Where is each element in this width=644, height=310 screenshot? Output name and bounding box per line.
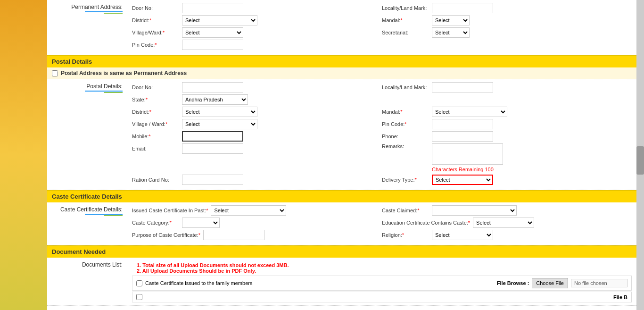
perm-district-label: District:* [132, 17, 179, 23]
postal-door-no-input[interactable] [182, 82, 243, 92]
postal-district-select[interactable]: Select [182, 107, 257, 117]
postal-mobile-input[interactable] [182, 131, 243, 142]
main-content: Permanent Address: Door No: Locality/Lan… [47, 0, 636, 310]
postal-door-locality-row: Door No: Locality/Land Mark: [132, 82, 632, 92]
caste-category-edu-row: Caste Category:* Education Certificate C… [132, 218, 632, 228]
postal-green-underline [104, 92, 123, 93]
postal-details-header: Postal Details [47, 55, 636, 67]
postal-pin-input[interactable] [432, 119, 493, 129]
postal-ration-label: Ration Card No: [132, 177, 179, 183]
caste-issued-group: Issued Caste Certificate In Past:* Selec… [132, 205, 372, 216]
perm-mandal-select[interactable]: Select [432, 15, 470, 25]
postal-details-label: Postal Details: [86, 83, 123, 90]
postal-remarks-group: Remarks: Characters Remaining 100 [382, 143, 622, 173]
postal-same-checkbox-row: Postal Address is same as Permanent Addr… [47, 67, 636, 79]
postal-delivery-select[interactable]: Select [432, 175, 493, 185]
postal-blue-underline [85, 91, 123, 92]
perm-locality-label: Locality/Land Mark: [382, 5, 429, 11]
postal-remarks-label: Remarks: [382, 143, 429, 149]
caste-issued-claimed-row: Issued Caste Certificate In Past:* Selec… [132, 205, 632, 216]
documents-section: Documents List: 1. Total size of all Upl… [47, 258, 636, 306]
caste-blue-underline [85, 214, 123, 215]
postal-ration-group: Ration Card No: [132, 175, 372, 185]
caste-religion-select[interactable]: Select [432, 230, 493, 240]
left-sidebar [0, 0, 47, 310]
caste-claimed-select[interactable] [432, 205, 517, 216]
postal-district-group: District:* Select [132, 107, 372, 117]
postal-email-remarks-row: Email: Remarks: Characters Remaining 100 [132, 143, 632, 173]
caste-issued-label: Issued Caste Certificate In Past:* [132, 208, 208, 213]
caste-religion-label: Religion:* [382, 232, 429, 238]
caste-purpose-input[interactable] [203, 230, 264, 240]
caste-details-section: Caste Certificate Details: Issued Caste … [47, 202, 636, 245]
perm-door-no-group: Door No: [132, 3, 372, 13]
perm-district-group: District:* Select [132, 15, 372, 25]
edu-cert-group: Education Certificate Contains Caste:* S… [382, 218, 622, 228]
postal-locality-input[interactable] [432, 82, 493, 92]
caste-cert-checkbox[interactable] [136, 280, 142, 286]
no-file-chosen-1: No file chosen [571, 279, 627, 287]
perm-pincode-row: Pin Code:* [132, 40, 632, 50]
postal-same-label: Postal Address is same as Permanent Addr… [61, 70, 187, 76]
perm-door-no-input[interactable] [182, 3, 243, 13]
caste-claimed-group: Caste Claimed:* [382, 205, 622, 216]
postal-door-no-group: Door No: [132, 82, 372, 92]
postal-phone-input[interactable] [432, 131, 493, 142]
scrollbar-thumb[interactable] [636, 146, 644, 175]
postal-mobile-label: Mobile:* [132, 134, 179, 139]
caste-category-select[interactable] [182, 218, 220, 228]
caste-fields-area: Issued Caste Certificate In Past:* Selec… [127, 202, 636, 245]
postal-village-label: Village / Ward:* [132, 121, 179, 127]
document-header: Document Needed [47, 245, 636, 258]
documents-label: Documents List: [82, 261, 123, 268]
remarks-area: Characters Remaining 100 [432, 143, 503, 173]
postal-remarks-textarea[interactable] [432, 143, 503, 165]
postal-pin-label: Pin Code:* [382, 121, 429, 127]
perm-mandal-label: Mandal:* [382, 17, 429, 23]
postal-district-mandal-row: District:* Select Mandal:* Select [132, 107, 632, 117]
postal-delivery-group: Delivery Type:* Select [382, 175, 622, 185]
postal-mandal-select[interactable]: Select [432, 107, 507, 117]
postal-village-select[interactable]: Select [182, 119, 257, 129]
file-browse-label-2: File B [613, 294, 627, 300]
documents-label-cell: Documents List: [47, 258, 127, 305]
caste-purpose-group: Purpose of Caste Certificate:* [132, 230, 372, 240]
caste-details-label: Caste Certificate Details: [60, 206, 123, 213]
choose-file-btn-1[interactable]: Choose File [532, 278, 568, 288]
postal-mandal-label: Mandal:* [382, 109, 429, 115]
doc2-checkbox[interactable] [136, 294, 142, 300]
perm-locality-input[interactable] [432, 3, 493, 13]
postal-district-label: District:* [132, 109, 179, 115]
postal-delivery-label: Delivery Type:* [382, 177, 429, 183]
perm-village-select[interactable]: Select [182, 27, 243, 38]
green-underline [104, 13, 123, 14]
postal-state-select[interactable]: Andhra Pradesh [182, 94, 248, 105]
postal-ration-delivery-row: Ration Card No: Delivery Type:* Select [132, 175, 632, 185]
perm-district-select[interactable]: Select [182, 15, 257, 25]
perm-pincode-input[interactable] [182, 40, 243, 50]
perm-secretariat-group: Secretariat: Select [382, 27, 622, 38]
perm-secretariat-select[interactable]: Select [432, 27, 470, 38]
postal-same-checkbox[interactable] [52, 70, 58, 76]
edu-cert-select[interactable]: Select [473, 218, 534, 228]
doc-instruction-2: 2. All Upload Documents Should be in PDF… [137, 268, 627, 274]
doc-instruction-1: 1. Total size of all Upload Documents sh… [137, 262, 627, 268]
perm-village-group: Village/Ward:* Select [132, 27, 372, 38]
doc-row-2: File B [132, 292, 632, 302]
caste-label-cell: Caste Certificate Details: [47, 202, 127, 245]
perm-pincode-label: Pin Code:* [132, 42, 179, 48]
postal-locality-label: Locality/Land Mark: [382, 84, 429, 90]
postal-email-input[interactable] [182, 143, 243, 154]
perm-door-no-label: Door No: [132, 5, 179, 11]
postal-pin-group: Pin Code:* [382, 119, 622, 129]
file-browse-label-1: File Browse : [497, 280, 529, 286]
postal-mandal-group: Mandal:* Select [382, 107, 622, 117]
caste-issued-select[interactable]: Select [211, 205, 286, 216]
postal-ration-input[interactable] [182, 175, 243, 185]
perm-village-secretariat-row: Village/Ward:* Select Secretariat: Selec… [132, 27, 632, 38]
perm-district-mandal-row: District:* Select Mandal:* Select [132, 15, 632, 25]
caste-purpose-religion-row: Purpose of Caste Certificate:* Religion:… [132, 230, 632, 240]
postal-state-row: State:* Andhra Pradesh [132, 94, 632, 105]
postal-fields-area: Door No: Locality/Land Mark: State:* And… [127, 79, 636, 190]
doc-instructions: 1. Total size of all Upload Documents sh… [132, 260, 632, 276]
